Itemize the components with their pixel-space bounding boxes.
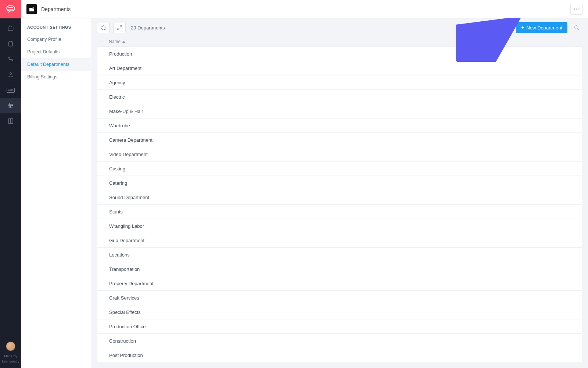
dot-icon — [578, 8, 580, 10]
table-row[interactable]: Production Office — [97, 319, 582, 334]
table-row[interactable]: Construction — [97, 334, 582, 348]
table-row[interactable]: Production — [97, 47, 582, 61]
main-area: Departments ACCOUNT SETTINGS Company Pro… — [21, 0, 588, 368]
contact-icon — [7, 71, 14, 78]
subnav-item-company-profile[interactable]: Company Profile — [21, 33, 91, 46]
topbar-right — [570, 4, 583, 15]
topbar: Departments — [21, 0, 588, 18]
table-row[interactable]: Grip Department — [97, 233, 582, 248]
table-row[interactable]: Catering — [97, 176, 582, 190]
svg-rect-3 — [8, 27, 13, 31]
rail-item-contacts[interactable] — [0, 67, 21, 82]
sort-asc-icon — [122, 41, 125, 43]
table-row[interactable]: Casting — [97, 162, 582, 176]
users-flow-icon — [7, 56, 14, 63]
new-department-label: New Department — [526, 25, 562, 31]
rail-item-vip[interactable]: VIP — [0, 82, 21, 98]
book-icon — [7, 118, 14, 124]
content: 29 Departments + New Department — [91, 18, 588, 368]
chat-icon — [6, 4, 16, 14]
table-row[interactable]: Make-Up & Hair — [97, 104, 582, 118]
table-row[interactable]: Craft Services — [97, 291, 582, 305]
table-wrap: Name ProductionArt DepartmentAgencyElect… — [91, 37, 588, 368]
rail-footer: Made By Leanometry — [0, 342, 21, 364]
clapper-icon — [29, 6, 35, 12]
rail-item-tasks[interactable] — [0, 36, 21, 52]
refresh-button[interactable] — [97, 22, 110, 33]
plus-icon: + — [521, 25, 524, 31]
subnav-item-default-departments[interactable]: Default Departments — [21, 58, 91, 71]
page-title: Departments — [41, 6, 71, 12]
table-row[interactable]: Art Department — [97, 61, 582, 75]
table-rows: ProductionArt DepartmentAgencyElectricMa… — [97, 46, 582, 363]
svg-point-12 — [9, 104, 10, 105]
table-row[interactable]: Camera Department — [97, 133, 582, 147]
body: ACCOUNT SETTINGS Company Profile Project… — [21, 18, 588, 368]
dot-icon — [576, 8, 577, 10]
table-row[interactable]: Transportation — [97, 262, 582, 276]
subnav-item-project-defaults[interactable]: Project Defaults — [21, 46, 91, 58]
sliders-icon — [7, 102, 14, 109]
toolbar-right: + New Department — [516, 22, 582, 33]
table-row[interactable]: Sound Department — [97, 190, 582, 205]
avatar[interactable] — [6, 342, 15, 351]
vip-badge-icon: VIP — [7, 88, 15, 93]
svg-point-6 — [8, 57, 10, 59]
project-chip[interactable] — [26, 4, 37, 14]
search-button[interactable] — [571, 22, 582, 33]
table-row[interactable]: Electric — [97, 90, 582, 104]
table-row[interactable]: Wrangling Labor — [97, 219, 582, 233]
more-button[interactable] — [570, 4, 583, 15]
column-header-label: Name — [109, 39, 121, 44]
rail-item-docs[interactable] — [0, 113, 21, 129]
table-row[interactable]: Agency — [97, 75, 582, 90]
subnav-item-billing-settings[interactable]: Billing Settings — [21, 71, 91, 83]
svg-point-14 — [10, 106, 11, 107]
rail-item-settings[interactable] — [0, 98, 21, 113]
expand-icon — [117, 25, 122, 31]
refresh-icon — [101, 25, 106, 31]
svg-rect-0 — [7, 6, 15, 11]
app-root: VIP Made By Leanometry Departments — [0, 0, 588, 368]
count-label: 29 Departments — [131, 25, 165, 31]
new-department-button[interactable]: + New Department — [516, 22, 567, 33]
svg-line-19 — [578, 29, 579, 30]
column-header-name[interactable]: Name — [97, 37, 582, 46]
svg-point-13 — [11, 105, 12, 106]
svg-point-7 — [12, 59, 13, 61]
svg-point-8 — [10, 73, 12, 75]
made-by-brand[interactable]: Leanometry — [2, 360, 19, 364]
made-by-label: Made By — [4, 355, 17, 358]
rail-item-projects[interactable] — [0, 21, 21, 36]
expand-button[interactable] — [113, 22, 126, 33]
clipboard-icon — [7, 40, 14, 47]
rail-items: VIP — [0, 21, 21, 129]
rail-item-team[interactable] — [0, 52, 21, 67]
table-row[interactable]: Wardrobe — [97, 118, 582, 133]
table-row[interactable]: Stunts — [97, 205, 582, 219]
left-rail: VIP Made By Leanometry — [0, 0, 21, 368]
table-row[interactable]: Special Effects — [97, 305, 582, 319]
svg-line-16 — [120, 25, 121, 27]
svg-point-18 — [575, 26, 578, 29]
table-row[interactable]: Video Department — [97, 147, 582, 162]
toolbar: 29 Departments + New Department — [91, 18, 588, 37]
svg-rect-15 — [29, 9, 34, 11]
table-row[interactable]: Post Production — [97, 348, 582, 362]
table-row[interactable]: Property Department — [97, 276, 582, 291]
svg-line-17 — [117, 28, 119, 29]
briefcase-icon — [7, 25, 14, 32]
dot-icon — [574, 8, 575, 10]
search-icon — [574, 25, 580, 31]
brand-logo[interactable] — [0, 0, 21, 18]
subnav-title: ACCOUNT SETTINGS — [21, 25, 91, 29]
subnav: ACCOUNT SETTINGS Company Profile Project… — [21, 18, 91, 368]
table-row[interactable]: Locations — [97, 248, 582, 262]
